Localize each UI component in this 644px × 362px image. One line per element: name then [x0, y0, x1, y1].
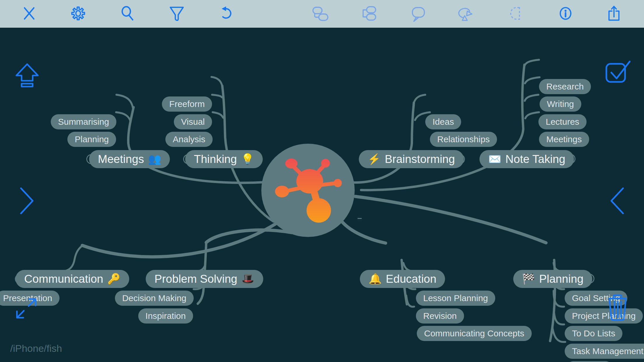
- topic-label: Analysis: [173, 134, 205, 144]
- topic-task-management[interactable]: Task Management: [565, 344, 644, 359]
- hat-emoji: 🎩: [242, 274, 255, 284]
- topic-label: Brainstorming: [385, 153, 455, 166]
- pan-right-button[interactable]: [17, 186, 36, 215]
- topic-summarising[interactable]: Summarising: [51, 114, 116, 129]
- close-button[interactable]: [19, 3, 39, 23]
- pan-left-button[interactable]: [608, 186, 627, 215]
- topic-label: Decision Making: [122, 293, 186, 303]
- topic-revision[interactable]: Revision: [416, 308, 464, 324]
- add-sibling-topic-button[interactable]: [359, 3, 379, 23]
- topic-label: Education: [386, 273, 436, 285]
- topic-label: Writing: [547, 99, 574, 109]
- topic-label: Thinking: [194, 153, 237, 166]
- topic-label: Planning: [75, 134, 109, 144]
- toolbar: [0, 0, 644, 28]
- sibling-topic-icon: [359, 3, 379, 23]
- relationship-arrow-icon: [455, 3, 475, 23]
- info-button[interactable]: [556, 3, 575, 23]
- fit-map-button[interactable]: [14, 296, 38, 321]
- topic-meetings-sub[interactable]: Meetings: [539, 132, 589, 147]
- topic-communication[interactable]: Communication 🔑: [15, 270, 129, 288]
- topic-label: Meetings: [98, 153, 144, 166]
- central-topic-logo[interactable]: [261, 144, 355, 237]
- topic-label: Task Management: [572, 346, 643, 356]
- topic-decision-making[interactable]: Decision Making: [115, 291, 194, 306]
- checkbox-check-icon: [604, 58, 632, 85]
- topic-label: To Do Lists: [572, 328, 615, 338]
- topic-planning-sub[interactable]: Planning: [67, 132, 116, 147]
- undo-arrow-icon: [216, 3, 236, 23]
- lightbulb-emoji: 💡: [241, 154, 254, 164]
- topic-research[interactable]: Research: [539, 79, 591, 94]
- share-button[interactable]: [604, 3, 624, 23]
- topic-label: Planning: [539, 273, 584, 285]
- magnifier-icon: [118, 3, 137, 23]
- ithoughts-app: { "toolbar": { "background": "#bccfd3", …: [0, 0, 644, 362]
- delete-button[interactable]: [607, 294, 628, 321]
- boundary-button[interactable]: [507, 3, 526, 23]
- bell-emoji: 🔔: [369, 274, 382, 284]
- topic-project-planning[interactable]: Project Planning: [565, 308, 643, 324]
- topic-label: Inspiration: [146, 311, 186, 321]
- topic-communicating-concepts[interactable]: Communicating Concepts: [417, 326, 532, 341]
- envelope-emoji: ✉️: [488, 154, 501, 164]
- topic-label: Lectures: [546, 117, 579, 127]
- topic-label: Research: [546, 82, 584, 92]
- lightning-emoji: ⚡: [368, 154, 381, 164]
- topic-problem-solving[interactable]: Problem Solving 🎩: [146, 270, 263, 288]
- topic-analysis[interactable]: Analysis: [165, 132, 213, 147]
- chevron-left-icon: [608, 186, 627, 215]
- collapse-root-badge[interactable]: [356, 215, 363, 222]
- checkered-flag-emoji: 🏁: [522, 274, 535, 284]
- topic-note-taking[interactable]: ✉️ Note Taking: [480, 150, 574, 168]
- dashed-boundary-icon: [507, 3, 526, 23]
- multi-select-button[interactable]: [604, 58, 632, 85]
- search-button[interactable]: [118, 3, 137, 23]
- gear-icon: [68, 3, 88, 23]
- topic-label: Visual: [181, 117, 205, 127]
- relationship-button[interactable]: [455, 3, 475, 23]
- topic-label: Meetings: [546, 134, 582, 144]
- share-icon: [604, 3, 624, 23]
- topic-to-do-lists[interactable]: To Do Lists: [565, 326, 622, 341]
- branch-curves-and-logo: [0, 28, 644, 362]
- info-icon: [556, 3, 575, 23]
- chevron-right-icon: [17, 186, 36, 215]
- add-child-topic-button[interactable]: [310, 3, 330, 23]
- topic-label: Freeform: [169, 99, 205, 109]
- funnel-icon: [167, 3, 187, 23]
- topic-writing[interactable]: Writing: [540, 96, 581, 112]
- topic-relationships[interactable]: Relationships: [430, 132, 497, 147]
- key-emoji: 🔑: [107, 274, 120, 284]
- topic-lesson-planning[interactable]: Lesson Planning: [416, 291, 495, 306]
- up-arrow-home-icon: [14, 62, 41, 90]
- topic-inspiration[interactable]: Inspiration: [138, 308, 193, 324]
- topic-brainstorming[interactable]: ⚡ Brainstorming: [359, 150, 464, 168]
- go-to-root-button[interactable]: [14, 62, 41, 90]
- people-emoji: 👥: [148, 154, 161, 164]
- topic-label: Ideas: [433, 117, 454, 127]
- child-topic-icon: [310, 3, 330, 23]
- topic-thinking[interactable]: Thinking 💡: [185, 150, 263, 168]
- topic-planning[interactable]: 🏁 Planning: [513, 270, 592, 288]
- expand-diagonal-icon: [14, 296, 38, 321]
- document-path-label: /iPhone/fish: [10, 343, 62, 354]
- topic-lectures[interactable]: Lectures: [538, 114, 587, 129]
- undo-button[interactable]: [216, 3, 236, 23]
- topic-label: Lesson Planning: [423, 293, 488, 303]
- speech-bubble-icon: [408, 3, 428, 23]
- topic-label: Note Taking: [505, 153, 565, 166]
- topic-freeform[interactable]: Freeform: [162, 96, 212, 112]
- topic-label: Problem Solving: [155, 273, 237, 285]
- topic-label: Communication: [24, 273, 103, 285]
- filter-button[interactable]: [167, 3, 187, 23]
- settings-button[interactable]: [68, 3, 88, 23]
- callout-button[interactable]: [408, 3, 428, 23]
- topic-meetings[interactable]: Meetings 👥: [89, 150, 170, 168]
- topic-education[interactable]: 🔔 Education: [360, 270, 445, 288]
- topic-visual[interactable]: Visual: [174, 114, 212, 129]
- topic-label: Relationships: [437, 134, 490, 144]
- topic-label: Communicating Concepts: [424, 328, 524, 338]
- topic-ideas[interactable]: Ideas: [425, 114, 461, 129]
- topic-label: Summarising: [58, 117, 109, 127]
